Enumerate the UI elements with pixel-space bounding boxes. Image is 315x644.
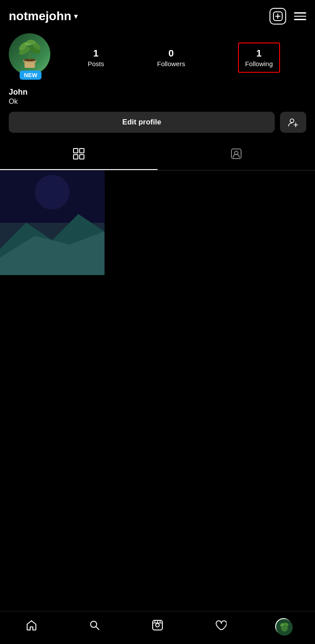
heart-icon xyxy=(214,619,227,634)
svg-point-26 xyxy=(35,175,70,210)
add-post-button[interactable] xyxy=(270,8,286,25)
nav-reels[interactable] xyxy=(144,618,171,635)
svg-point-30 xyxy=(156,623,159,627)
profile-section: NEW 1 Posts 0 Followers 1 Following John… xyxy=(0,29,315,133)
followers-stat[interactable]: 0 Followers xyxy=(157,48,185,67)
grid-section xyxy=(0,170,315,275)
profile-bio: Ok xyxy=(9,98,306,106)
header: notmejohn ▾ xyxy=(0,0,315,29)
svg-rect-18 xyxy=(74,155,78,159)
svg-rect-19 xyxy=(80,155,84,159)
nav-activity[interactable] xyxy=(207,618,234,635)
grid-item[interactable] xyxy=(0,170,105,275)
avatar[interactable] xyxy=(9,33,50,75)
search-icon xyxy=(88,619,101,634)
bottom-nav xyxy=(0,611,315,644)
new-badge: NEW xyxy=(20,71,42,80)
menu-button[interactable] xyxy=(294,12,306,20)
profile-name: John xyxy=(9,88,306,97)
post-thumbnail xyxy=(0,170,105,275)
header-right xyxy=(270,8,306,25)
nav-profile[interactable] xyxy=(270,618,297,635)
posts-stat[interactable]: 1 Posts xyxy=(88,48,104,67)
chevron-down-icon[interactable]: ▾ xyxy=(74,11,78,21)
nav-search[interactable] xyxy=(81,618,108,635)
svg-rect-16 xyxy=(74,149,78,153)
followers-count: 0 xyxy=(168,48,174,59)
avatar-wrapper[interactable]: NEW xyxy=(9,33,52,81)
header-left: notmejohn ▾ xyxy=(9,9,78,23)
following-stat[interactable]: 1 Following xyxy=(238,42,280,73)
following-count: 1 xyxy=(256,48,262,59)
tab-grid[interactable] xyxy=(0,142,158,170)
add-friend-button[interactable] xyxy=(280,112,306,133)
profile-top: NEW 1 Posts 0 Followers 1 Following xyxy=(9,33,306,81)
following-label: Following xyxy=(245,60,273,67)
nav-home[interactable] xyxy=(18,618,45,635)
posts-count: 1 xyxy=(93,48,98,59)
edit-profile-button[interactable]: Edit profile xyxy=(9,112,275,133)
home-icon xyxy=(25,619,38,634)
posts-label: Posts xyxy=(88,60,104,67)
tagged-icon xyxy=(230,148,242,163)
nav-profile-avatar xyxy=(275,618,292,635)
action-buttons: Edit profile xyxy=(9,112,306,133)
tabs-row xyxy=(0,142,315,170)
username[interactable]: notmejohn xyxy=(9,9,71,23)
reels-icon xyxy=(151,619,164,634)
svg-point-13 xyxy=(290,119,294,123)
tab-tagged[interactable] xyxy=(158,142,315,170)
followers-label: Followers xyxy=(157,60,185,67)
svg-line-28 xyxy=(96,626,99,630)
svg-rect-17 xyxy=(80,149,84,153)
grid-icon xyxy=(73,148,85,163)
stats-row: 1 Posts 0 Followers 1 Following xyxy=(61,42,306,73)
